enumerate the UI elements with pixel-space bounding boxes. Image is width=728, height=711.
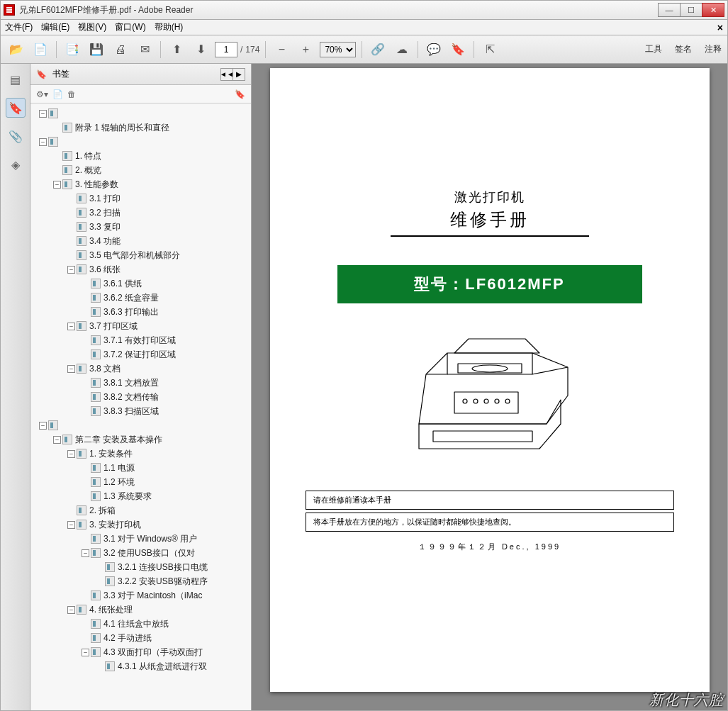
page-input[interactable] bbox=[215, 42, 237, 57]
bookmark-item[interactable]: −3.8 文档 bbox=[33, 362, 251, 376]
highlight-button[interactable]: 💬 bbox=[424, 40, 444, 60]
bookmark-item[interactable]: 4.3.1 从纸盒进纸进行双 bbox=[33, 659, 251, 673]
bookmark-item[interactable]: −3. 安装打印机 bbox=[33, 517, 251, 532]
bookmarks-tab[interactable]: 🔖 bbox=[6, 98, 26, 118]
bookmark-item[interactable]: 2. 拆箱 bbox=[33, 503, 251, 517]
bookmark-label: 3.2 扫描 bbox=[89, 207, 121, 219]
bookmark-label: 第二章 安装及基本操作 bbox=[75, 434, 162, 446]
bookmark-item[interactable]: −3.6 纸张 bbox=[33, 262, 251, 276]
bookmark-item[interactable]: 3.6.2 纸盒容量 bbox=[33, 291, 251, 305]
bookmark-label: 3.4 功能 bbox=[89, 235, 121, 247]
bookmark-item[interactable]: 3.3 对于 Macintosh（iMac bbox=[33, 588, 251, 603]
bookmark-item[interactable]: 3.7.2 保证打印区域 bbox=[33, 347, 251, 362]
bookmark-next-button[interactable]: ▶ bbox=[233, 68, 245, 81]
zoom-select[interactable]: 70% bbox=[320, 42, 356, 57]
close-button[interactable]: ✕ bbox=[702, 3, 724, 17]
bookmark-item[interactable]: 3.2.1 连接USB接口电缆 bbox=[33, 560, 251, 574]
note-button[interactable]: 🔖 bbox=[448, 40, 468, 60]
bookmark-item[interactable]: 1.1 电源 bbox=[33, 461, 251, 475]
bookmark-item[interactable]: − bbox=[33, 135, 251, 149]
tree-twisty[interactable]: − bbox=[67, 606, 75, 614]
bookmark-item[interactable]: 3.8.1 文档放置 bbox=[33, 376, 251, 390]
bookmark-item[interactable]: 3.6.1 供纸 bbox=[33, 276, 251, 291]
document-viewport[interactable]: 激光打印机 维修手册 型号：LF6012MFP bbox=[252, 64, 727, 710]
bookmark-item[interactable]: 3.8.2 文档传输 bbox=[33, 390, 251, 404]
tree-twisty[interactable]: − bbox=[39, 110, 47, 118]
bookmark-item[interactable]: 3.2 扫描 bbox=[33, 206, 251, 220]
tools-button[interactable]: 工具 bbox=[645, 43, 662, 55]
bookmark-item[interactable]: −第二章 安装及基本操作 bbox=[33, 432, 251, 447]
attachments-tab[interactable]: 📎 bbox=[6, 126, 26, 146]
bookmark-item[interactable]: 4.2 手动进纸 bbox=[33, 631, 251, 645]
svg-point-1 bbox=[463, 399, 467, 403]
tree-twisty[interactable]: − bbox=[67, 323, 75, 330]
bookmark-item[interactable]: 2. 概览 bbox=[33, 163, 251, 177]
comment-button[interactable]: 注释 bbox=[705, 43, 722, 55]
menu-help[interactable]: 帮助(H) bbox=[155, 21, 184, 33]
open-button[interactable]: 📂 bbox=[6, 40, 26, 60]
zoom-out-button[interactable]: − bbox=[271, 40, 291, 60]
bookmark-item[interactable]: −3. 性能参数 bbox=[33, 177, 251, 191]
bookmark-item[interactable]: −4. 纸张处理 bbox=[33, 603, 251, 617]
tree-twisty[interactable]: − bbox=[39, 422, 47, 430]
bookmark-item[interactable]: 3.6.3 打印输出 bbox=[33, 305, 251, 319]
tree-twisty[interactable]: − bbox=[82, 649, 89, 656]
bookmark-item[interactable]: 附录 1 辊轴的周长和直径 bbox=[33, 121, 251, 135]
bookmark-options-button[interactable]: ⚙▾ bbox=[36, 89, 48, 99]
prev-page-button[interactable]: ⬆ bbox=[167, 40, 186, 60]
share-button[interactable]: 🔗 bbox=[368, 40, 388, 60]
bookmark-item[interactable]: 3.3 复印 bbox=[33, 220, 251, 234]
tree-twisty[interactable]: − bbox=[39, 138, 47, 146]
delete-bookmark-button[interactable]: 🗑 bbox=[67, 89, 76, 99]
bookmarks-tree[interactable]: −附录 1 辊轴的周长和直径−1. 特点2. 概览−3. 性能参数3.1 打印3… bbox=[30, 103, 251, 710]
bookmark-item[interactable]: 3.1 对于 Windows® 用户 bbox=[33, 532, 251, 546]
bookmark-item[interactable]: −3.2 使用USB接口（仅对 bbox=[33, 546, 251, 560]
export-button[interactable]: 📑 bbox=[62, 40, 82, 60]
zoom-in-button[interactable]: + bbox=[296, 40, 315, 60]
next-page-button[interactable]: ⬇ bbox=[191, 40, 211, 60]
create-pdf-button[interactable]: 📄 bbox=[30, 40, 50, 60]
menu-window[interactable]: 窗口(W) bbox=[115, 21, 145, 33]
separator bbox=[56, 41, 57, 58]
bookmark-item[interactable]: 3.2.2 安装USB驱动程序 bbox=[33, 574, 251, 588]
minimize-button[interactable]: — bbox=[658, 3, 681, 17]
bookmark-marker-icon[interactable]: 🔖 bbox=[235, 89, 245, 99]
print-button[interactable]: 🖨 bbox=[111, 40, 130, 60]
menu-file[interactable]: 文件(F) bbox=[5, 21, 33, 33]
read-mode-button[interactable]: ⇱ bbox=[480, 40, 500, 60]
bookmark-item[interactable]: 3.4 功能 bbox=[33, 234, 251, 248]
bookmark-label: 1.1 电源 bbox=[103, 462, 135, 474]
bookmark-item[interactable]: − bbox=[33, 418, 251, 432]
layers-tab[interactable]: ◈ bbox=[6, 155, 26, 174]
tree-twisty[interactable]: − bbox=[67, 365, 75, 373]
menu-edit[interactable]: 编辑(E) bbox=[41, 21, 69, 33]
bookmark-item[interactable]: −1. 安装条件 bbox=[33, 447, 251, 461]
bookmark-item[interactable]: 1.3 系统要求 bbox=[33, 489, 251, 503]
email-button[interactable]: ✉ bbox=[135, 40, 155, 60]
cloud-button[interactable]: ☁ bbox=[392, 40, 412, 60]
bookmark-item[interactable]: 4.1 往纸盒中放纸 bbox=[33, 617, 251, 631]
tree-twisty[interactable]: − bbox=[53, 181, 61, 189]
tree-twisty[interactable]: − bbox=[67, 521, 75, 529]
bookmark-item[interactable]: 3.1 打印 bbox=[33, 191, 251, 206]
save-button[interactable]: 💾 bbox=[86, 40, 106, 60]
bookmark-item[interactable]: 3.8.3 扫描区域 bbox=[33, 404, 251, 418]
thumbnails-tab[interactable]: ▤ bbox=[6, 69, 26, 89]
tree-twisty[interactable]: − bbox=[82, 549, 89, 557]
bookmark-item[interactable]: 3.7.1 有效打印区域 bbox=[33, 333, 251, 347]
bookmark-item[interactable]: − bbox=[33, 106, 251, 121]
bookmark-item[interactable]: 3.5 电气部分和机械部分 bbox=[33, 248, 251, 262]
sign-button[interactable]: 签名 bbox=[675, 43, 692, 55]
menu-view[interactable]: 视图(V) bbox=[78, 21, 106, 33]
bookmark-item[interactable]: 1. 特点 bbox=[33, 149, 251, 163]
maximize-button[interactable]: ☐ bbox=[680, 3, 702, 17]
tree-twisty[interactable]: − bbox=[67, 266, 75, 274]
bookmark-item[interactable]: −3.7 打印区域 bbox=[33, 319, 251, 333]
bookmark-prev-button[interactable]: ◄◄ bbox=[220, 68, 233, 81]
tree-twisty[interactable]: − bbox=[67, 450, 75, 458]
bookmark-item[interactable]: −4.3 双面打印（手动双面打 bbox=[33, 645, 251, 659]
tree-twisty[interactable]: − bbox=[53, 436, 61, 444]
close-document-button[interactable]: × bbox=[717, 22, 723, 33]
bookmark-item[interactable]: 1.2 环境 bbox=[33, 475, 251, 489]
new-bookmark-button[interactable]: 📄 bbox=[52, 89, 63, 99]
